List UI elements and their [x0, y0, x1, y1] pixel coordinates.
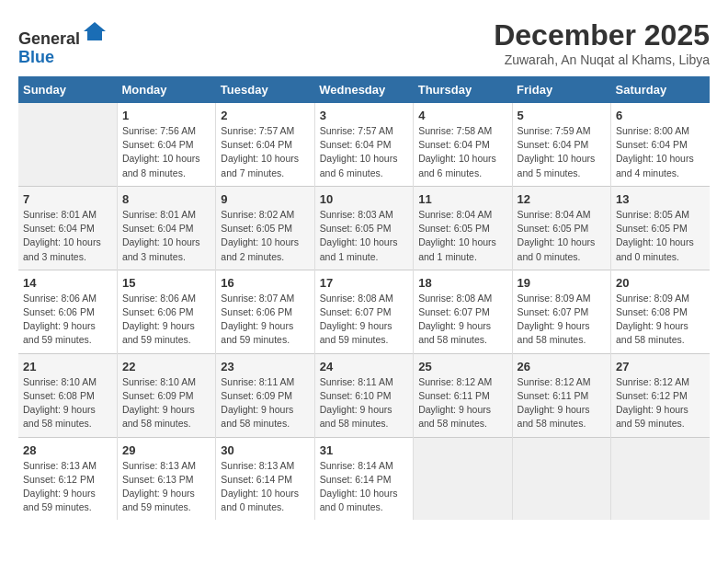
weekday-header-friday: Friday [512, 76, 610, 103]
calendar-cell [611, 437, 710, 520]
month-title: December 2025 [494, 18, 710, 52]
day-info: Sunrise: 8:04 AMSunset: 6:05 PMDaylight:… [418, 208, 506, 264]
calendar-cell [414, 437, 512, 520]
calendar-cell [512, 437, 610, 520]
day-number: 11 [418, 192, 506, 206]
day-number: 23 [221, 360, 309, 373]
day-number: 14 [23, 276, 112, 290]
weekday-header-monday: Monday [117, 76, 215, 103]
day-number: 12 [518, 192, 606, 206]
calendar-week-row: 28Sunrise: 8:13 AMSunset: 6:12 PMDayligh… [18, 437, 710, 520]
weekday-header-thursday: Thursday [414, 76, 512, 103]
calendar-cell: 21Sunrise: 8:10 AMSunset: 6:08 PMDayligh… [18, 353, 117, 437]
calendar-cell: 28Sunrise: 8:13 AMSunset: 6:12 PMDayligh… [18, 437, 117, 520]
calendar-cell: 16Sunrise: 8:07 AMSunset: 6:06 PMDayligh… [216, 270, 314, 353]
calendar-cell [18, 103, 117, 186]
day-number: 24 [320, 360, 408, 373]
logo-blue: Blue [18, 48, 54, 66]
day-info: Sunrise: 8:07 AMSunset: 6:06 PMDaylight:… [221, 292, 309, 348]
day-number: 2 [221, 109, 309, 122]
weekday-header-wednesday: Wednesday [314, 76, 413, 103]
day-number: 26 [518, 360, 606, 373]
logo-icon [82, 18, 108, 44]
day-info: Sunrise: 8:09 AMSunset: 6:07 PMDaylight:… [518, 292, 606, 348]
calendar-cell: 29Sunrise: 8:13 AMSunset: 6:13 PMDayligh… [117, 437, 215, 520]
calendar-cell: 24Sunrise: 8:11 AMSunset: 6:10 PMDayligh… [314, 353, 413, 437]
calendar-cell: 2Sunrise: 7:57 AMSunset: 6:04 PMDaylight… [216, 103, 314, 186]
calendar-cell: 1Sunrise: 7:56 AMSunset: 6:04 PMDaylight… [117, 103, 215, 186]
day-info: Sunrise: 8:12 AMSunset: 6:12 PMDaylight:… [616, 375, 705, 431]
day-number: 30 [221, 443, 309, 457]
calendar-cell: 5Sunrise: 7:59 AMSunset: 6:04 PMDaylight… [512, 103, 610, 186]
title-area: December 2025 Zuwarah, An Nuqat al Khams… [494, 18, 710, 67]
day-number: 3 [320, 109, 408, 122]
day-info: Sunrise: 8:12 AMSunset: 6:11 PMDaylight:… [418, 375, 506, 431]
day-number: 16 [221, 276, 309, 290]
calendar-week-row: 14Sunrise: 8:06 AMSunset: 6:06 PMDayligh… [18, 270, 710, 353]
day-number: 18 [418, 276, 506, 290]
day-info: Sunrise: 8:01 AMSunset: 6:04 PMDaylight:… [23, 208, 112, 264]
day-number: 25 [418, 360, 506, 373]
calendar-week-row: 21Sunrise: 8:10 AMSunset: 6:08 PMDayligh… [18, 353, 710, 437]
day-info: Sunrise: 8:02 AMSunset: 6:05 PMDaylight:… [221, 208, 309, 264]
calendar-table: SundayMondayTuesdayWednesdayThursdayFrid… [18, 76, 710, 520]
day-number: 1 [122, 109, 210, 122]
day-number: 6 [616, 109, 705, 122]
day-number: 10 [320, 192, 408, 206]
day-number: 8 [122, 192, 210, 206]
day-info: Sunrise: 8:06 AMSunset: 6:06 PMDaylight:… [122, 292, 210, 348]
calendar-cell: 13Sunrise: 8:05 AMSunset: 6:05 PMDayligh… [611, 186, 710, 270]
calendar-cell: 10Sunrise: 8:03 AMSunset: 6:05 PMDayligh… [314, 186, 413, 270]
calendar-cell: 7Sunrise: 8:01 AMSunset: 6:04 PMDaylight… [18, 186, 117, 270]
day-info: Sunrise: 8:08 AMSunset: 6:07 PMDaylight:… [320, 292, 408, 348]
day-info: Sunrise: 8:10 AMSunset: 6:09 PMDaylight:… [122, 375, 210, 431]
calendar-cell: 11Sunrise: 8:04 AMSunset: 6:05 PMDayligh… [414, 186, 512, 270]
day-number: 7 [23, 192, 112, 206]
calendar-cell: 4Sunrise: 7:58 AMSunset: 6:04 PMDaylight… [414, 103, 512, 186]
svg-marker-0 [84, 22, 106, 40]
logo: General Blue [18, 18, 108, 67]
calendar-cell: 19Sunrise: 8:09 AMSunset: 6:07 PMDayligh… [512, 270, 610, 353]
day-number: 28 [23, 443, 112, 457]
calendar-cell: 8Sunrise: 8:01 AMSunset: 6:04 PMDaylight… [117, 186, 215, 270]
day-info: Sunrise: 8:11 AMSunset: 6:09 PMDaylight:… [221, 375, 309, 431]
day-info: Sunrise: 8:04 AMSunset: 6:05 PMDaylight:… [518, 208, 606, 264]
day-number: 15 [122, 276, 210, 290]
calendar-cell: 20Sunrise: 8:09 AMSunset: 6:08 PMDayligh… [611, 270, 710, 353]
calendar-cell: 3Sunrise: 7:57 AMSunset: 6:04 PMDaylight… [314, 103, 413, 186]
day-number: 21 [23, 360, 112, 373]
day-info: Sunrise: 8:12 AMSunset: 6:11 PMDaylight:… [518, 375, 606, 431]
day-info: Sunrise: 7:56 AMSunset: 6:04 PMDaylight:… [122, 124, 210, 180]
calendar-cell: 17Sunrise: 8:08 AMSunset: 6:07 PMDayligh… [314, 270, 413, 353]
day-number: 20 [616, 276, 705, 290]
calendar-week-row: 1Sunrise: 7:56 AMSunset: 6:04 PMDaylight… [18, 103, 710, 186]
day-info: Sunrise: 7:57 AMSunset: 6:04 PMDaylight:… [221, 124, 309, 180]
day-number: 9 [221, 192, 309, 206]
day-number: 17 [320, 276, 408, 290]
day-number: 29 [122, 443, 210, 457]
day-info: Sunrise: 8:03 AMSunset: 6:05 PMDaylight:… [320, 208, 408, 264]
day-info: Sunrise: 8:13 AMSunset: 6:12 PMDaylight:… [23, 459, 112, 515]
day-number: 5 [518, 109, 606, 122]
calendar-cell: 6Sunrise: 8:00 AMSunset: 6:04 PMDaylight… [611, 103, 710, 186]
calendar-cell: 14Sunrise: 8:06 AMSunset: 6:06 PMDayligh… [18, 270, 117, 353]
calendar-cell: 26Sunrise: 8:12 AMSunset: 6:11 PMDayligh… [512, 353, 610, 437]
calendar-cell: 30Sunrise: 8:13 AMSunset: 6:14 PMDayligh… [216, 437, 314, 520]
logo-general: General [18, 29, 80, 48]
day-info: Sunrise: 8:10 AMSunset: 6:08 PMDaylight:… [23, 375, 112, 431]
day-info: Sunrise: 8:13 AMSunset: 6:14 PMDaylight:… [221, 459, 309, 515]
day-info: Sunrise: 7:59 AMSunset: 6:04 PMDaylight:… [518, 124, 606, 180]
day-number: 4 [418, 109, 506, 122]
calendar-week-row: 7Sunrise: 8:01 AMSunset: 6:04 PMDaylight… [18, 186, 710, 270]
day-number: 27 [616, 360, 705, 373]
calendar-cell: 31Sunrise: 8:14 AMSunset: 6:14 PMDayligh… [314, 437, 413, 520]
day-info: Sunrise: 7:58 AMSunset: 6:04 PMDaylight:… [418, 124, 506, 180]
day-info: Sunrise: 8:11 AMSunset: 6:10 PMDaylight:… [320, 375, 408, 431]
calendar-cell: 27Sunrise: 8:12 AMSunset: 6:12 PMDayligh… [611, 353, 710, 437]
day-info: Sunrise: 8:01 AMSunset: 6:04 PMDaylight:… [122, 208, 210, 264]
calendar-cell: 22Sunrise: 8:10 AMSunset: 6:09 PMDayligh… [117, 353, 215, 437]
weekday-header-tuesday: Tuesday [216, 76, 314, 103]
day-number: 22 [122, 360, 210, 373]
day-info: Sunrise: 8:05 AMSunset: 6:05 PMDaylight:… [616, 208, 705, 264]
location-subtitle: Zuwarah, An Nuqat al Khams, Libya [494, 52, 710, 67]
